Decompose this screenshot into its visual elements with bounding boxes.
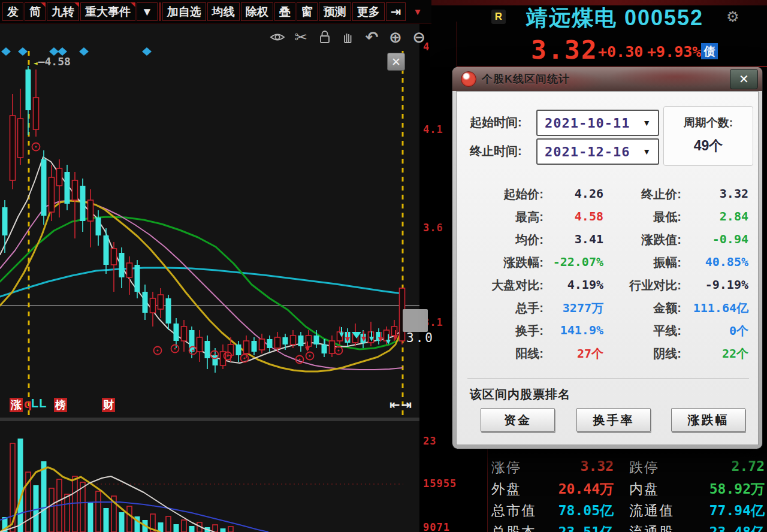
zoom-out-icon[interactable]: ⊖ [410, 28, 428, 47]
candle-down [205, 341, 210, 358]
ranking-button-2[interactable]: 换手率 [576, 408, 651, 432]
volume-bar [80, 482, 85, 532]
chart-badge-LL[interactable]: LL [31, 397, 47, 410]
eye-icon[interactable] [268, 28, 286, 47]
volume-bar [49, 488, 54, 532]
stat-value: 0个 [681, 323, 748, 339]
signal-dot [243, 357, 245, 359]
app-logo-icon [461, 71, 476, 87]
stats-row: 均价:3.41涨跌值:-0.94 [457, 232, 758, 255]
dialog-close-button[interactable]: ✕ [730, 69, 758, 89]
chart-badge-涨[interactable]: 涨 [10, 398, 23, 412]
stat-value: 111.64亿 [681, 300, 748, 316]
stat-value: 4.26 [546, 186, 603, 201]
dialog-titlebar[interactable]: 个股K线区间统计 ✕ [452, 67, 762, 91]
zoom-in-icon[interactable]: ⊕ [386, 28, 404, 47]
candle-down [252, 341, 257, 352]
menu-item-7[interactable]: 除权 [241, 2, 273, 21]
end-date-dropdown[interactable]: 2021-12-16 ▼ [536, 138, 659, 165]
stat-label: 金额: [603, 300, 681, 316]
candle-down [41, 159, 47, 216]
stats-row: 起始价:4.26终止价:3.32 [457, 186, 758, 209]
quote-value: 58.92万 [681, 480, 765, 498]
convertible-bond-badge[interactable]: 债 [701, 43, 718, 59]
stats-row: 最高:4.58最低:2.84 [457, 209, 758, 232]
stats-row: 大盘对比:4.19%行业对比:-9.19% [457, 277, 758, 300]
menu-item-3[interactable]: 重大事件 [80, 2, 135, 21]
candle-up [73, 180, 78, 200]
candle-down [119, 253, 125, 277]
stat-label: 振幅: [603, 255, 681, 271]
new-mark-icon [131, 2, 135, 7]
stat-value: 27个 [546, 346, 603, 362]
signal-dot [174, 347, 176, 349]
volume-bar [65, 494, 70, 532]
quote-row: 外盘20.44万内盘58.92万 [488, 480, 767, 499]
chart-toolbar: ✂↶⊕⊖ [268, 26, 428, 48]
period-count-label: 周期个数: [664, 115, 753, 131]
undo-icon[interactable]: ↶ [363, 28, 381, 47]
candle-down [104, 235, 109, 265]
candle-down [135, 265, 140, 292]
menu-item-8[interactable]: 叠 [274, 2, 295, 21]
ranking-button-3[interactable]: 涨跌幅 [671, 408, 745, 432]
chart-badge-q[interactable]: q [24, 397, 32, 411]
scissors-icon[interactable]: ✂ [292, 28, 309, 47]
quote-value: 77.94亿 [681, 501, 765, 520]
candle-up [57, 168, 62, 186]
volume-bar [213, 525, 218, 532]
lock-icon[interactable] [316, 28, 333, 47]
selection-close-button[interactable]: ✕ [387, 53, 405, 71]
quote-panel: 涨停3.32跌停2.72外盘20.44万内盘58.92万总市值78.05亿流通值… [487, 446, 767, 532]
stat-value: 40.85% [681, 255, 748, 269]
signal-dot [192, 349, 194, 351]
period-count-value: 49个 [664, 137, 753, 155]
candle-up [197, 337, 203, 352]
menu-item-2[interactable]: 九转 [47, 2, 79, 21]
volume-bar [182, 520, 186, 532]
gear-icon[interactable]: ⚙ [726, 8, 739, 25]
header-divider-vertical [457, 22, 457, 67]
menu-item-6[interactable]: 均线 [207, 2, 240, 21]
stat-value: 2.84 [681, 209, 748, 223]
menu-item-1[interactable]: 简 [25, 2, 46, 21]
menu-item-4[interactable]: ▼ [137, 2, 158, 21]
volume-bar [174, 524, 179, 532]
kline-chart[interactable] [0, 24, 419, 532]
volume-bar [119, 512, 125, 532]
new-mark-icon [74, 2, 79, 7]
volume-bar [18, 439, 23, 532]
stat-label: 换手: [466, 323, 543, 339]
candle-down [283, 337, 288, 344]
candle-up [330, 341, 335, 353]
candle-down [166, 298, 171, 324]
high-price-annotation: ◄—4.58 [34, 55, 71, 68]
stat-label: 起始价: [466, 186, 543, 202]
hand-icon[interactable] [339, 28, 357, 47]
chart-badge-财[interactable]: 财 [102, 398, 115, 412]
stats-row: 涨跌幅:-22.07%振幅:40.85% [457, 255, 758, 277]
menu-item-11[interactable]: 更多 [352, 2, 385, 21]
volume-bar [189, 526, 195, 532]
candle-down [65, 172, 70, 204]
menu-item-10[interactable]: 预测 [319, 2, 351, 21]
candle-up [158, 295, 164, 309]
stat-label: 阴线: [603, 346, 681, 362]
volume-bar [221, 528, 226, 532]
menu-caret-icon[interactable]: ▼ [409, 2, 426, 21]
menu-item-5[interactable]: 加自选 [162, 2, 206, 21]
chart-badge-榜[interactable]: 榜 [54, 398, 67, 412]
candle-down [80, 186, 86, 221]
stat-label: 最低: [603, 209, 681, 225]
signal-dot [298, 358, 300, 360]
stat-value: 4.19% [546, 277, 603, 292]
scroll-arrows[interactable]: ⇤⇥ [389, 398, 413, 412]
menu-item-9[interactable]: 窗 [297, 2, 318, 21]
start-date-dropdown[interactable]: 2021-10-11 ▼ [536, 110, 659, 136]
candle-up [18, 119, 23, 158]
stock-header: R 靖远煤电 000552 ⚙ 3.32 +0.30 +9.93% 债 [430, 0, 767, 67]
signal-dot [35, 146, 37, 147]
ranking-button-1[interactable]: 资金 [481, 408, 555, 432]
menu-pin-icon[interactable]: ⇥ [386, 2, 406, 21]
menu-item-0[interactable]: 发 [2, 2, 23, 21]
